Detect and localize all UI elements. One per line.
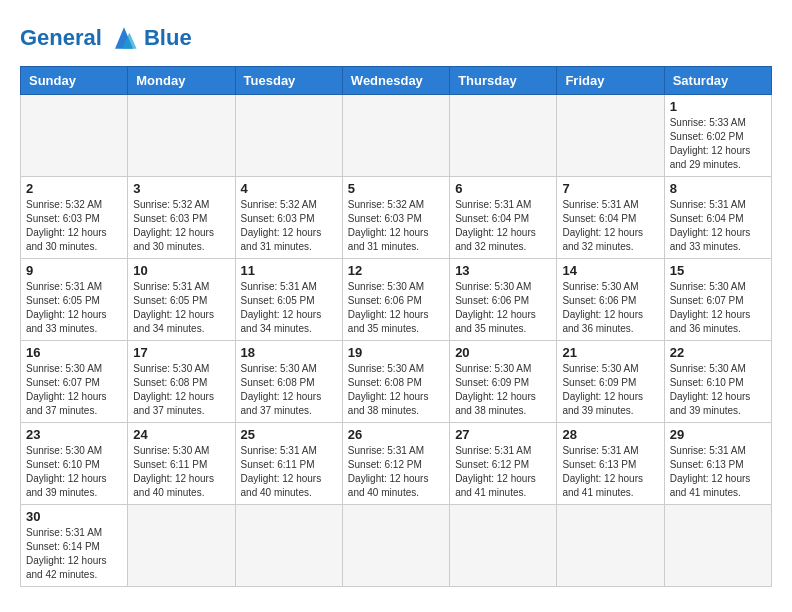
day-number: 8 [670, 181, 766, 196]
calendar-cell: 13Sunrise: 5:30 AM Sunset: 6:06 PM Dayli… [450, 259, 557, 341]
calendar-cell: 2Sunrise: 5:32 AM Sunset: 6:03 PM Daylig… [21, 177, 128, 259]
day-number: 3 [133, 181, 229, 196]
day-number: 18 [241, 345, 337, 360]
calendar-week-row: 30Sunrise: 5:31 AM Sunset: 6:14 PM Dayli… [21, 505, 772, 587]
calendar-cell: 15Sunrise: 5:30 AM Sunset: 6:07 PM Dayli… [664, 259, 771, 341]
day-info: Sunrise: 5:30 AM Sunset: 6:08 PM Dayligh… [241, 362, 337, 418]
calendar-cell: 12Sunrise: 5:30 AM Sunset: 6:06 PM Dayli… [342, 259, 449, 341]
calendar-cell: 19Sunrise: 5:30 AM Sunset: 6:08 PM Dayli… [342, 341, 449, 423]
day-number: 23 [26, 427, 122, 442]
day-number: 1 [670, 99, 766, 114]
day-number: 9 [26, 263, 122, 278]
day-number: 13 [455, 263, 551, 278]
calendar-cell: 18Sunrise: 5:30 AM Sunset: 6:08 PM Dayli… [235, 341, 342, 423]
calendar-cell: 27Sunrise: 5:31 AM Sunset: 6:12 PM Dayli… [450, 423, 557, 505]
weekday-header-monday: Monday [128, 67, 235, 95]
calendar-cell [128, 505, 235, 587]
calendar-cell: 21Sunrise: 5:30 AM Sunset: 6:09 PM Dayli… [557, 341, 664, 423]
calendar-cell [557, 505, 664, 587]
calendar-cell: 4Sunrise: 5:32 AM Sunset: 6:03 PM Daylig… [235, 177, 342, 259]
day-number: 24 [133, 427, 229, 442]
calendar-cell [21, 95, 128, 177]
calendar-cell: 30Sunrise: 5:31 AM Sunset: 6:14 PM Dayli… [21, 505, 128, 587]
day-info: Sunrise: 5:31 AM Sunset: 6:13 PM Dayligh… [562, 444, 658, 500]
day-info: Sunrise: 5:31 AM Sunset: 6:13 PM Dayligh… [670, 444, 766, 500]
calendar-cell [450, 505, 557, 587]
logo-text: General [20, 25, 102, 51]
calendar-cell: 5Sunrise: 5:32 AM Sunset: 6:03 PM Daylig… [342, 177, 449, 259]
logo: General Blue [20, 20, 192, 56]
calendar-cell: 11Sunrise: 5:31 AM Sunset: 6:05 PM Dayli… [235, 259, 342, 341]
calendar-cell: 8Sunrise: 5:31 AM Sunset: 6:04 PM Daylig… [664, 177, 771, 259]
day-info: Sunrise: 5:30 AM Sunset: 6:09 PM Dayligh… [455, 362, 551, 418]
calendar-cell [450, 95, 557, 177]
day-info: Sunrise: 5:30 AM Sunset: 6:10 PM Dayligh… [670, 362, 766, 418]
calendar-week-row: 9Sunrise: 5:31 AM Sunset: 6:05 PM Daylig… [21, 259, 772, 341]
day-info: Sunrise: 5:32 AM Sunset: 6:03 PM Dayligh… [241, 198, 337, 254]
day-info: Sunrise: 5:31 AM Sunset: 6:04 PM Dayligh… [670, 198, 766, 254]
day-info: Sunrise: 5:31 AM Sunset: 6:05 PM Dayligh… [133, 280, 229, 336]
day-info: Sunrise: 5:30 AM Sunset: 6:11 PM Dayligh… [133, 444, 229, 500]
day-number: 26 [348, 427, 444, 442]
day-number: 15 [670, 263, 766, 278]
weekday-header-saturday: Saturday [664, 67, 771, 95]
calendar-table: SundayMondayTuesdayWednesdayThursdayFrid… [20, 66, 772, 587]
weekday-header-tuesday: Tuesday [235, 67, 342, 95]
day-info: Sunrise: 5:31 AM Sunset: 6:11 PM Dayligh… [241, 444, 337, 500]
calendar-cell: 3Sunrise: 5:32 AM Sunset: 6:03 PM Daylig… [128, 177, 235, 259]
day-number: 30 [26, 509, 122, 524]
calendar-cell: 20Sunrise: 5:30 AM Sunset: 6:09 PM Dayli… [450, 341, 557, 423]
day-number: 25 [241, 427, 337, 442]
calendar-cell: 17Sunrise: 5:30 AM Sunset: 6:08 PM Dayli… [128, 341, 235, 423]
day-number: 27 [455, 427, 551, 442]
day-number: 2 [26, 181, 122, 196]
day-info: Sunrise: 5:30 AM Sunset: 6:06 PM Dayligh… [348, 280, 444, 336]
calendar-cell [235, 505, 342, 587]
calendar-cell: 10Sunrise: 5:31 AM Sunset: 6:05 PM Dayli… [128, 259, 235, 341]
weekday-header-row: SundayMondayTuesdayWednesdayThursdayFrid… [21, 67, 772, 95]
day-info: Sunrise: 5:31 AM Sunset: 6:12 PM Dayligh… [348, 444, 444, 500]
weekday-header-wednesday: Wednesday [342, 67, 449, 95]
day-number: 6 [455, 181, 551, 196]
calendar-cell: 25Sunrise: 5:31 AM Sunset: 6:11 PM Dayli… [235, 423, 342, 505]
calendar-cell: 16Sunrise: 5:30 AM Sunset: 6:07 PM Dayli… [21, 341, 128, 423]
day-info: Sunrise: 5:32 AM Sunset: 6:03 PM Dayligh… [133, 198, 229, 254]
calendar-cell: 1Sunrise: 5:33 AM Sunset: 6:02 PM Daylig… [664, 95, 771, 177]
day-number: 17 [133, 345, 229, 360]
calendar-cell: 24Sunrise: 5:30 AM Sunset: 6:11 PM Dayli… [128, 423, 235, 505]
calendar-cell: 28Sunrise: 5:31 AM Sunset: 6:13 PM Dayli… [557, 423, 664, 505]
calendar-cell: 26Sunrise: 5:31 AM Sunset: 6:12 PM Dayli… [342, 423, 449, 505]
calendar-cell: 7Sunrise: 5:31 AM Sunset: 6:04 PM Daylig… [557, 177, 664, 259]
day-info: Sunrise: 5:30 AM Sunset: 6:09 PM Dayligh… [562, 362, 658, 418]
calendar-week-row: 16Sunrise: 5:30 AM Sunset: 6:07 PM Dayli… [21, 341, 772, 423]
day-info: Sunrise: 5:30 AM Sunset: 6:07 PM Dayligh… [670, 280, 766, 336]
day-number: 14 [562, 263, 658, 278]
day-info: Sunrise: 5:31 AM Sunset: 6:04 PM Dayligh… [562, 198, 658, 254]
weekday-header-friday: Friday [557, 67, 664, 95]
day-info: Sunrise: 5:32 AM Sunset: 6:03 PM Dayligh… [348, 198, 444, 254]
day-number: 4 [241, 181, 337, 196]
day-info: Sunrise: 5:30 AM Sunset: 6:08 PM Dayligh… [133, 362, 229, 418]
day-info: Sunrise: 5:30 AM Sunset: 6:08 PM Dayligh… [348, 362, 444, 418]
calendar-cell: 23Sunrise: 5:30 AM Sunset: 6:10 PM Dayli… [21, 423, 128, 505]
calendar-cell [128, 95, 235, 177]
logo-icon [106, 20, 142, 56]
calendar-cell [235, 95, 342, 177]
day-info: Sunrise: 5:30 AM Sunset: 6:07 PM Dayligh… [26, 362, 122, 418]
calendar-week-row: 2Sunrise: 5:32 AM Sunset: 6:03 PM Daylig… [21, 177, 772, 259]
page-header: General Blue [20, 20, 772, 56]
day-info: Sunrise: 5:32 AM Sunset: 6:03 PM Dayligh… [26, 198, 122, 254]
logo-blue-text: Blue [144, 25, 192, 51]
calendar-cell [664, 505, 771, 587]
calendar-cell: 9Sunrise: 5:31 AM Sunset: 6:05 PM Daylig… [21, 259, 128, 341]
day-info: Sunrise: 5:30 AM Sunset: 6:06 PM Dayligh… [562, 280, 658, 336]
calendar-week-row: 23Sunrise: 5:30 AM Sunset: 6:10 PM Dayli… [21, 423, 772, 505]
weekday-header-thursday: Thursday [450, 67, 557, 95]
day-info: Sunrise: 5:31 AM Sunset: 6:04 PM Dayligh… [455, 198, 551, 254]
day-number: 10 [133, 263, 229, 278]
day-number: 11 [241, 263, 337, 278]
day-number: 22 [670, 345, 766, 360]
day-info: Sunrise: 5:30 AM Sunset: 6:06 PM Dayligh… [455, 280, 551, 336]
calendar-cell [342, 505, 449, 587]
day-number: 16 [26, 345, 122, 360]
